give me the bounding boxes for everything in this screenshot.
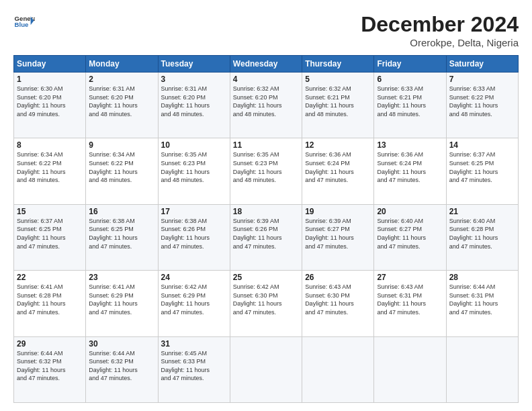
day-number: 15 xyxy=(17,207,83,216)
day-info: Sunrise: 6:39 AMSunset: 6:26 PMDaylight:… xyxy=(233,217,299,250)
day-info: Sunrise: 6:32 AMSunset: 6:21 PMDaylight:… xyxy=(305,85,371,118)
day-number: 4 xyxy=(233,75,299,84)
table-row: 17 Sunrise: 6:38 AMSunset: 6:26 PMDaylig… xyxy=(158,204,230,270)
col-tuesday: Tuesday xyxy=(158,56,230,73)
day-info: Sunrise: 6:38 AMSunset: 6:26 PMDaylight:… xyxy=(161,217,227,250)
day-number: 1 xyxy=(17,75,83,84)
col-thursday: Thursday xyxy=(302,56,374,73)
col-wednesday: Wednesday xyxy=(230,56,302,73)
table-row: 1 Sunrise: 6:30 AMSunset: 6:20 PMDayligh… xyxy=(14,73,86,138)
day-info: Sunrise: 6:40 AMSunset: 6:28 PMDaylight:… xyxy=(449,217,515,250)
day-info: Sunrise: 6:32 AMSunset: 6:20 PMDaylight:… xyxy=(233,85,299,118)
day-number: 5 xyxy=(305,75,371,84)
table-row xyxy=(230,336,302,402)
table-row: 15 Sunrise: 6:37 AMSunset: 6:25 PMDaylig… xyxy=(14,204,86,270)
col-sunday: Sunday xyxy=(14,56,86,73)
col-friday: Friday xyxy=(374,56,446,73)
table-row xyxy=(446,336,518,402)
day-number: 27 xyxy=(377,273,443,282)
table-row: 16 Sunrise: 6:38 AMSunset: 6:25 PMDaylig… xyxy=(86,204,158,270)
table-row: 28 Sunrise: 6:44 AMSunset: 6:31 PMDaylig… xyxy=(446,271,518,336)
day-number: 30 xyxy=(89,339,154,349)
day-info: Sunrise: 6:37 AMSunset: 6:25 PMDaylight:… xyxy=(449,150,515,184)
header: General Blue December 2024 Orerokpe, Del… xyxy=(13,12,519,48)
table-row: 26 Sunrise: 6:43 AMSunset: 6:30 PMDaylig… xyxy=(302,271,374,336)
day-info: Sunrise: 6:43 AMSunset: 6:30 PMDaylight:… xyxy=(305,283,371,316)
logo: General Blue xyxy=(13,12,35,34)
day-number: 20 xyxy=(377,207,443,216)
calendar: Sunday Monday Tuesday Wednesday Thursday… xyxy=(13,55,519,403)
table-row: 2 Sunrise: 6:31 AMSunset: 6:20 PMDayligh… xyxy=(86,73,158,138)
day-number: 31 xyxy=(161,339,227,349)
col-saturday: Saturday xyxy=(446,56,518,73)
day-number: 25 xyxy=(233,273,299,282)
calendar-row: 22 Sunrise: 6:41 AMSunset: 6:28 PMDaylig… xyxy=(14,271,519,336)
day-number: 7 xyxy=(449,75,515,84)
day-info: Sunrise: 6:35 AMSunset: 6:23 PMDaylight:… xyxy=(233,150,299,184)
day-number: 19 xyxy=(305,207,371,216)
day-info: Sunrise: 6:33 AMSunset: 6:22 PMDaylight:… xyxy=(449,85,515,118)
day-info: Sunrise: 6:35 AMSunset: 6:23 PMDaylight:… xyxy=(161,150,227,184)
day-info: Sunrise: 6:42 AMSunset: 6:30 PMDaylight:… xyxy=(233,283,299,316)
table-row: 5 Sunrise: 6:32 AMSunset: 6:21 PMDayligh… xyxy=(302,73,374,138)
table-row: 9 Sunrise: 6:34 AMSunset: 6:22 PMDayligh… xyxy=(86,138,158,204)
day-info: Sunrise: 6:36 AMSunset: 6:24 PMDaylight:… xyxy=(377,150,443,184)
location-title: Orerokpe, Delta, Nigeria xyxy=(361,37,519,48)
day-number: 12 xyxy=(305,140,371,150)
calendar-row: 1 Sunrise: 6:30 AMSunset: 6:20 PMDayligh… xyxy=(14,73,519,138)
day-number: 2 xyxy=(89,75,154,84)
table-row: 18 Sunrise: 6:39 AMSunset: 6:26 PMDaylig… xyxy=(230,204,302,270)
table-row: 3 Sunrise: 6:31 AMSunset: 6:20 PMDayligh… xyxy=(158,73,230,138)
table-row: 30 Sunrise: 6:44 AMSunset: 6:32 PMDaylig… xyxy=(86,336,158,402)
page: General Blue December 2024 Orerokpe, Del… xyxy=(0,0,532,411)
calendar-row: 15 Sunrise: 6:37 AMSunset: 6:25 PMDaylig… xyxy=(14,204,519,270)
day-info: Sunrise: 6:44 AMSunset: 6:32 PMDaylight:… xyxy=(17,349,83,383)
table-row: 7 Sunrise: 6:33 AMSunset: 6:22 PMDayligh… xyxy=(446,73,518,138)
col-monday: Monday xyxy=(86,56,158,73)
table-row: 4 Sunrise: 6:32 AMSunset: 6:20 PMDayligh… xyxy=(230,73,302,138)
day-number: 26 xyxy=(305,273,371,282)
day-number: 6 xyxy=(377,75,443,84)
day-number: 14 xyxy=(449,140,515,150)
table-row: 10 Sunrise: 6:35 AMSunset: 6:23 PMDaylig… xyxy=(158,138,230,204)
day-info: Sunrise: 6:36 AMSunset: 6:24 PMDaylight:… xyxy=(305,150,371,184)
day-info: Sunrise: 6:30 AMSunset: 6:20 PMDaylight:… xyxy=(17,85,83,118)
logo-icon: General Blue xyxy=(13,12,35,34)
day-info: Sunrise: 6:43 AMSunset: 6:31 PMDaylight:… xyxy=(377,283,443,316)
calendar-header-row: Sunday Monday Tuesday Wednesday Thursday… xyxy=(14,56,519,73)
table-row: 25 Sunrise: 6:42 AMSunset: 6:30 PMDaylig… xyxy=(230,271,302,336)
day-info: Sunrise: 6:33 AMSunset: 6:21 PMDaylight:… xyxy=(377,85,443,118)
day-info: Sunrise: 6:34 AMSunset: 6:22 PMDaylight:… xyxy=(17,150,83,184)
day-info: Sunrise: 6:45 AMSunset: 6:33 PMDaylight:… xyxy=(161,349,227,383)
day-number: 10 xyxy=(161,140,227,150)
day-number: 29 xyxy=(17,339,83,349)
day-info: Sunrise: 6:31 AMSunset: 6:20 PMDaylight:… xyxy=(161,85,227,118)
table-row: 11 Sunrise: 6:35 AMSunset: 6:23 PMDaylig… xyxy=(230,138,302,204)
calendar-row: 8 Sunrise: 6:34 AMSunset: 6:22 PMDayligh… xyxy=(14,138,519,204)
day-info: Sunrise: 6:40 AMSunset: 6:27 PMDaylight:… xyxy=(377,217,443,250)
day-info: Sunrise: 6:41 AMSunset: 6:28 PMDaylight:… xyxy=(17,283,83,316)
table-row: 21 Sunrise: 6:40 AMSunset: 6:28 PMDaylig… xyxy=(446,204,518,270)
table-row: 19 Sunrise: 6:39 AMSunset: 6:27 PMDaylig… xyxy=(302,204,374,270)
table-row: 8 Sunrise: 6:34 AMSunset: 6:22 PMDayligh… xyxy=(14,138,86,204)
table-row: 6 Sunrise: 6:33 AMSunset: 6:21 PMDayligh… xyxy=(374,73,446,138)
table-row: 12 Sunrise: 6:36 AMSunset: 6:24 PMDaylig… xyxy=(302,138,374,204)
table-row: 22 Sunrise: 6:41 AMSunset: 6:28 PMDaylig… xyxy=(14,271,86,336)
table-row: 14 Sunrise: 6:37 AMSunset: 6:25 PMDaylig… xyxy=(446,138,518,204)
day-number: 11 xyxy=(233,140,299,150)
day-number: 28 xyxy=(449,273,515,282)
table-row xyxy=(302,336,374,402)
table-row: 27 Sunrise: 6:43 AMSunset: 6:31 PMDaylig… xyxy=(374,271,446,336)
table-row xyxy=(374,336,446,402)
day-info: Sunrise: 6:31 AMSunset: 6:20 PMDaylight:… xyxy=(89,85,154,118)
table-row: 13 Sunrise: 6:36 AMSunset: 6:24 PMDaylig… xyxy=(374,138,446,204)
day-number: 24 xyxy=(161,273,227,282)
day-number: 22 xyxy=(17,273,83,282)
day-info: Sunrise: 6:44 AMSunset: 6:31 PMDaylight:… xyxy=(449,283,515,316)
day-info: Sunrise: 6:41 AMSunset: 6:29 PMDaylight:… xyxy=(89,283,154,316)
day-info: Sunrise: 6:38 AMSunset: 6:25 PMDaylight:… xyxy=(89,217,154,250)
table-row: 23 Sunrise: 6:41 AMSunset: 6:29 PMDaylig… xyxy=(86,271,158,336)
day-number: 16 xyxy=(89,207,154,216)
day-number: 23 xyxy=(89,273,154,282)
day-number: 21 xyxy=(449,207,515,216)
